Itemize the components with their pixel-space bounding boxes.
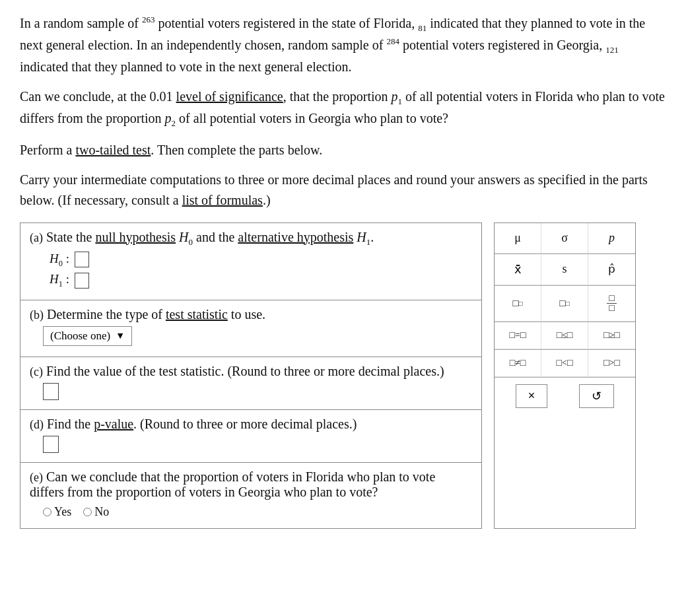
sym-mu[interactable]: μ [495, 223, 541, 254]
sym-subscript[interactable]: □□ [541, 286, 588, 322]
yes-text: Yes [54, 505, 71, 519]
h1-label: H1 : [50, 272, 69, 289]
sym-sigma[interactable]: σ [541, 223, 588, 254]
part-b-label: (b) [30, 308, 44, 322]
part-d-label: (d) [30, 418, 44, 431]
sym-superscript[interactable]: □□ [495, 286, 541, 322]
sym-lt[interactable]: □<□ [541, 350, 588, 377]
h0-sub: 0 [189, 237, 193, 247]
alt-hypothesis-link[interactable]: alternative hypothesis [238, 230, 353, 244]
yes-no-group: Yes No [43, 505, 472, 519]
h0-label: H0 : [50, 252, 69, 269]
symbol-clear-button[interactable]: × [516, 384, 548, 408]
p-value-answer-container [30, 432, 472, 456]
h0-row: H0 : [50, 252, 472, 269]
carry-instructions: Carry your intermediate computations to … [20, 170, 668, 211]
part-b-cell: (b) Determine the type of test statistic… [20, 300, 482, 357]
parts-container: (a) State the null hypothesis H0 and the… [20, 222, 668, 530]
dropdown-container: (Choose one) ▼ [30, 322, 472, 350]
symbol-undo-button[interactable]: ↺ [579, 384, 614, 408]
sym-geq[interactable]: □≥□ [588, 322, 635, 349]
part-c-label: (c) [30, 365, 43, 378]
test-statistic-dropdown[interactable]: (Choose one) ▼ [43, 326, 132, 346]
sym-p[interactable]: p [588, 223, 635, 254]
symbol-row-2: x̄ s p̂ [495, 254, 635, 286]
part-a-cell: (a) State the null hypothesis H0 and the… [20, 222, 482, 300]
p2-symbol: p [165, 111, 172, 125]
instruction-paragraph: Perform a two-tailed test. Then complete… [20, 140, 668, 160]
part-e-cell: (e) Can we conclude that the proportion … [20, 463, 482, 529]
n1-sup: 263 [142, 15, 155, 24]
sym-gt[interactable]: □>□ [588, 350, 635, 377]
sym-neq[interactable]: □≠□ [495, 350, 541, 377]
part-c-cell: (c) Find the value of the test statistic… [20, 357, 482, 410]
dropdown-label: (Choose one) [50, 329, 110, 343]
test-stat-answer-box[interactable] [43, 383, 59, 400]
significance-value: 0.01 [150, 89, 173, 104]
h0-input[interactable] [75, 252, 89, 267]
parts-table: (a) State the null hypothesis H0 and the… [20, 222, 482, 530]
sym-s[interactable]: s [541, 254, 588, 285]
two-tailed-test-link[interactable]: two-tailed test [75, 143, 151, 157]
part-a-label: (a) [30, 231, 43, 244]
symbol-row-3: □□ □□ □ □ [495, 286, 635, 322]
x1-sub: 81 [418, 23, 427, 33]
part-d-row: (d) Find the p-value. (Round to three or… [20, 410, 482, 463]
yes-label[interactable]: Yes [43, 505, 71, 519]
test-stat-answer-container [30, 379, 472, 403]
symbol-row-1: μ σ p [495, 223, 635, 254]
h1-row: H1 : [50, 272, 472, 289]
sym-xbar[interactable]: x̄ [495, 254, 541, 285]
part-a-row: (a) State the null hypothesis H0 and the… [20, 222, 482, 300]
part-e-label: (e) [30, 471, 43, 484]
sym-leq[interactable]: □≤□ [541, 322, 588, 349]
x2-sub: 121 [605, 45, 619, 55]
null-hypothesis-link[interactable]: null hypothesis [95, 230, 176, 244]
intro-paragraph: In a random sample of 263 potential vote… [20, 13, 668, 77]
part-b-row: (b) Determine the type of test statistic… [20, 300, 482, 357]
part-e-row: (e) Can we conclude that the proportion … [20, 463, 482, 529]
dropdown-arrow-icon: ▼ [116, 331, 125, 341]
h0-symbol: H [179, 230, 188, 244]
n2-sup: 284 [386, 36, 399, 46]
question-paragraph: Can we conclude, at the 0.01 level of si… [20, 86, 668, 130]
sym-equals[interactable]: □=□ [495, 322, 541, 349]
p2-subscript: 2 [172, 118, 176, 128]
symbol-row-5: □≠□ □<□ □>□ [495, 350, 635, 378]
p1-subscript: 1 [398, 96, 403, 106]
h1-input[interactable] [75, 273, 89, 289]
h1-sub: 1 [366, 237, 371, 247]
p1-symbol: p [392, 89, 398, 104]
part-c-row: (c) Find the value of the test statistic… [20, 357, 482, 410]
yes-radio[interactable] [43, 508, 52, 516]
symbol-row-4: □=□ □≤□ □≥□ [495, 322, 635, 350]
no-text: No [94, 505, 109, 519]
problem-text: In a random sample of 263 potential vote… [20, 13, 668, 211]
p-value-link[interactable]: p-value [94, 417, 133, 431]
part-d-cell: (d) Find the p-value. (Round to three or… [20, 410, 482, 463]
symbol-panel: μ σ p x̄ s p̂ □□ □□ □ □ □=□ □≤□ □≥□ [494, 222, 636, 530]
symbol-actions: × ↺ [495, 378, 635, 415]
test-statistic-link[interactable]: test statistic [166, 307, 228, 322]
no-label[interactable]: No [83, 505, 109, 519]
no-radio[interactable] [83, 508, 92, 516]
level-of-significance-link[interactable]: level of significance [176, 89, 283, 104]
h1-symbol: H [357, 230, 366, 244]
sym-fraction[interactable]: □ □ [588, 286, 635, 322]
p-value-answer-box[interactable] [43, 436, 59, 453]
list-of-formulas-link[interactable]: list of formulas [182, 193, 263, 207]
sym-phat[interactable]: p̂ [588, 254, 635, 285]
